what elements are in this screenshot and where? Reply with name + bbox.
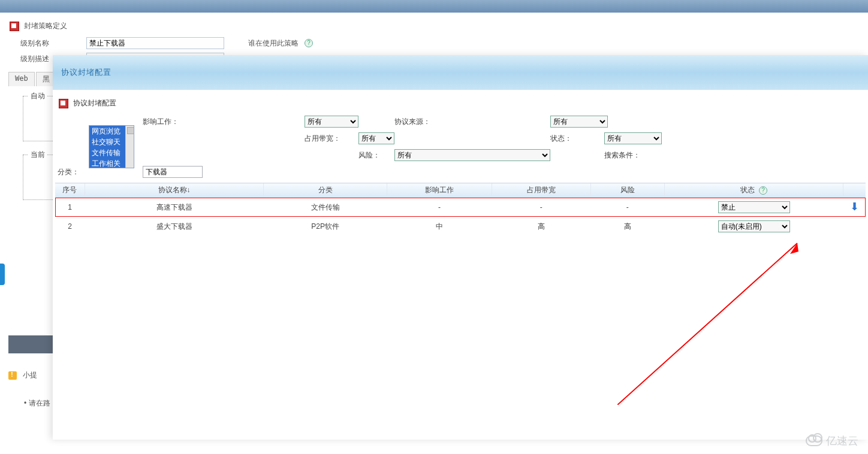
impact-label: 影响工作： [143,117,305,127]
col-category[interactable]: 分类 [264,183,387,198]
source-label: 协议来源： [394,117,550,127]
cell-seq: 2 [55,217,85,236]
cell-bandwidth: - [492,198,590,217]
config-icon [59,99,68,108]
cell-name: 高速下载器 [85,198,263,217]
source-select[interactable]: 所有 [550,116,608,128]
category-option-3[interactable]: 工作相关 [89,158,125,168]
tips-row: 小提 [8,370,37,380]
status-select-row2[interactable]: 自动(未启用) [718,220,790,232]
cell-seq: 1 [55,198,85,217]
level-name-label: 级别名称 [20,38,80,49]
bandwidth-label: 占用带宽： [305,134,358,144]
svg-marker-1 [790,243,798,254]
search-label: 搜索条件： [604,150,676,161]
warning-icon [8,371,17,380]
col-impact[interactable]: 影响工作 [387,183,492,198]
cell-impact: - [387,198,492,217]
state-label: 状态： [550,134,604,144]
bullet-hint: 请在路 [24,398,50,408]
listbox-scrollbar[interactable] [125,126,134,168]
cell-bandwidth: 高 [492,217,590,236]
left-tab-handle[interactable] [0,264,5,285]
cell-risk: 高 [590,217,664,236]
modal-titlebar[interactable]: 协议封堵配置 [53,55,868,90]
col-bandwidth[interactable]: 占用带宽 [492,183,590,198]
protocol-block-config-modal: 协议封堵配置 协议封堵配置 分类： 网页浏览 社交聊天 文件传输 工作相关 影响… [53,55,868,440]
fieldset-auto-legend: 自动 [28,91,47,101]
category-label: 分类： [58,167,89,177]
risk-label: 风险： [358,150,394,161]
fieldset-current-legend: 当前 [28,150,47,160]
annotation-arrow [617,237,809,405]
status-select-row1[interactable]: 禁止 [718,201,790,213]
page-title: 封堵策略定义 [24,21,67,31]
col-risk[interactable]: 风险 [590,183,664,198]
category-option-0[interactable]: 网页浏览 [89,126,125,137]
category-listbox[interactable]: 网页浏览 社交聊天 文件传输 工作相关 [89,125,134,168]
cell-impact: 中 [387,217,492,236]
help-icon[interactable]: ? [305,39,313,47]
col-status[interactable]: 状态 ? [665,183,843,198]
col-name[interactable]: 协议名称↓ [85,183,263,198]
bandwidth-select[interactable]: 所有 [358,132,394,144]
protocols-table: 序号 协议名称↓ 分类 影响工作 占用带宽 风险 状态 ? [55,183,866,236]
status-help-icon[interactable]: ? [759,186,767,195]
search-input[interactable] [143,166,203,178]
watermark-text: 亿速云 [826,434,858,448]
table-row[interactable]: 1 高速下载器 文件传输 - - - 禁止 ⬇ [55,198,866,217]
level-name-input[interactable] [86,37,224,49]
config-header-text: 协议封堵配置 [73,98,116,108]
cell-name: 盛大下载器 [85,217,263,236]
modal-title: 协议封堵配置 [61,67,111,78]
svg-line-0 [617,243,797,405]
cell-category: 文件传输 [264,198,387,217]
impact-select[interactable]: 所有 [305,116,358,128]
tab-web[interactable]: Web [8,72,35,86]
table-row[interactable]: 2 盛大下载器 P2P软件 中 高 高 自动(未启用) [55,217,866,236]
cloud-icon [806,435,822,446]
cell-status: 自动(未启用) [665,217,843,236]
cell-status: 禁止 [665,198,843,217]
table-header-row: 序号 协议名称↓ 分类 影响工作 占用带宽 风险 状态 ? [55,183,866,198]
state-select[interactable]: 所有 [604,132,662,144]
top-gradient-bar [0,0,868,13]
policy-icon [10,22,19,31]
who-uses-label: 谁在使用此策略 [248,38,299,49]
cell-risk: - [590,198,664,217]
cell-category: P2P软件 [264,217,387,236]
tips-label: 小提 [23,370,37,380]
risk-select[interactable]: 所有 [394,149,550,161]
category-option-1[interactable]: 社交聊天 [89,137,125,147]
col-extra [843,183,866,198]
category-option-2[interactable]: 文件传输 [89,147,125,158]
filters-panel: 分类： 网页浏览 社交聊天 文件传输 工作相关 影响工作： 所有 协议来源： 所… [55,116,866,181]
arrow-down-icon[interactable]: ⬇ [850,202,859,211]
col-seq[interactable]: 序号 [55,183,85,198]
watermark: 亿速云 [806,434,858,448]
